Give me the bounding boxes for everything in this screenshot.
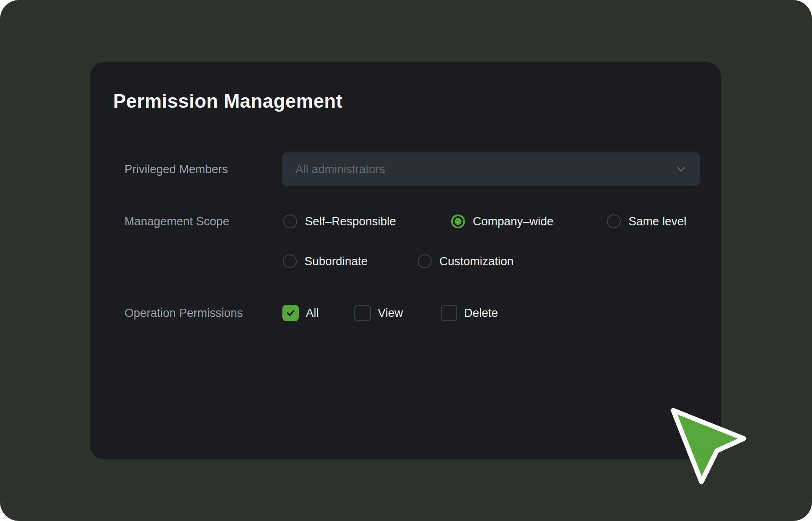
radio-subordinate[interactable]: Subordinate [283,254,368,268]
radio-unselected-icon [283,254,297,268]
radio-unselected-icon [418,254,432,268]
chevron-down-icon [674,163,688,176]
privileged-members-label: Privileged Members [124,162,228,176]
privileged-members-select[interactable]: All administrators [282,152,700,186]
radio-same-level[interactable]: Same level [607,214,687,228]
operation-permissions-label: Operation Permissions [124,306,243,320]
radio-unselected-icon [283,214,297,228]
checkbox-view[interactable]: View [354,305,403,321]
checkbox-unchecked-icon [441,305,457,321]
checkbox-all[interactable]: All [282,305,319,321]
page-title: Permission Management [113,91,343,112]
page-background: Permission Management Privileged Members… [0,0,812,521]
radio-self-responsible[interactable]: Self–Responsible [283,214,396,228]
radio-customization[interactable]: Customization [418,254,514,268]
management-scope-label: Management Scope [124,214,229,228]
radio-company-wide[interactable]: Company–wide [451,214,553,228]
checkbox-unchecked-icon [354,305,371,321]
checkbox-delete[interactable]: Delete [441,305,498,321]
radio-selected-icon [451,214,465,228]
checkbox-checked-icon [282,305,299,321]
radio-unselected-icon [607,214,621,228]
privileged-members-select-value: All administrators [295,163,674,176]
permission-management-panel: Permission Management Privileged Members… [90,62,721,459]
